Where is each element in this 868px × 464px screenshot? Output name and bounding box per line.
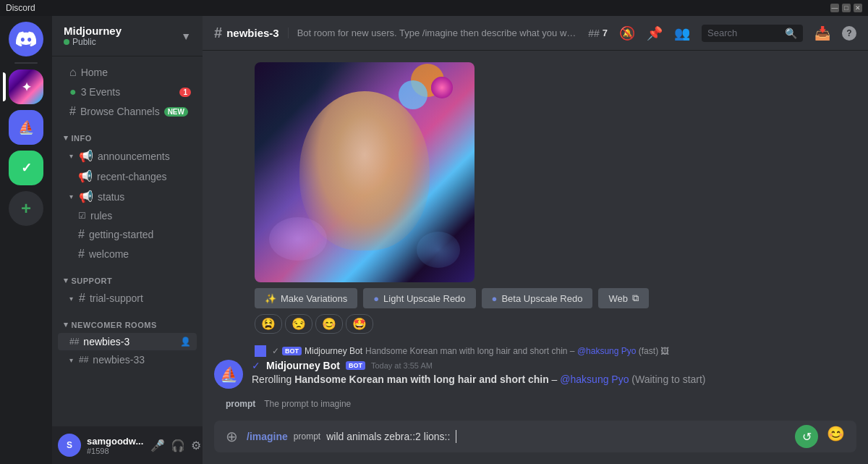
messages-area: ✨ Make Variations ● Light Upscale Redo ●… [203,51,868,421]
rules-icon: ☑ [78,211,86,221]
channel-announcements[interactable]: ▾ 📢 announcements [58,146,197,166]
nav-home-label: Home [81,67,108,78]
channel-hash-icon: # [214,25,222,41]
pin-icon[interactable]: 📌 [647,25,663,41]
emoji-btn-1[interactable]: 😒 [285,314,312,334]
input-actions: ↺ 😊 [795,425,845,448]
generated-image[interactable] [255,62,475,282]
image-container [255,62,856,282]
search-box[interactable]: Search 🔍 [702,25,803,42]
channel-collapse-arrow: ▾ [69,152,73,160]
emoji-btn-2[interactable]: 😊 [315,314,343,334]
channel-newbies-3[interactable]: ## newbies-3 👤 [58,333,197,350]
user-name: samgoodw... [87,436,143,447]
status-collapse-arrow: ▾ [69,193,73,201]
nav-events[interactable]: ● 3 Events 1 [58,83,197,101]
channel-name-text: newbies-3 [226,27,279,39]
active-indicator [3,72,6,101]
trial-support-icon: # [79,292,85,305]
reply-author: Midjourney Bot [305,346,362,356]
close-button[interactable]: ✕ [854,4,862,12]
refresh-button[interactable]: ↺ [795,425,818,448]
events-icon: ● [69,85,77,98]
browse-icon: # [69,105,76,118]
nav-events-label: 3 Events [81,86,120,98]
channel-welcome[interactable]: # welcome [58,245,197,263]
bot-badge: BOT [346,361,365,370]
message-main: ⛵ ✓ Midjourney Bot BOT Today at 3:55 AM … [214,360,856,389]
headphones-button[interactable]: 🎧 [169,437,187,454]
channel-getting-started[interactable]: # getting-started [58,225,197,244]
message-status: (Waiting to start) [629,374,705,385]
server-divider [14,62,38,64]
channel-status[interactable]: ▾ 📢 status [58,187,197,206]
input-value: wild animals zebra::2 lions:: [326,431,450,442]
server-icon-green[interactable]: ✓ [9,151,43,185]
verified-icon: ✓ [252,360,260,371]
channel-welcome-label: welcome [89,248,129,260]
inbox-icon[interactable]: 📥 [814,25,830,41]
input-text: /imagine prompt wild animals zebra::2 li… [247,430,786,443]
attach-icon[interactable]: ⊕ [226,428,238,445]
maximize-button[interactable]: □ [842,4,851,12]
channel-status-label: status [98,191,124,203]
image-orbs [431,77,453,98]
server-list: ✦ ⛵ ✓ + [0,16,52,464]
home-icon: ⌂ [69,66,77,79]
discord-home-button[interactable] [9,22,43,56]
online-dot [64,39,69,45]
nav-browse-label: Browse Channels [80,106,160,117]
channel-header: # newbies-3 Bot room for new users. Type… [203,16,868,51]
reply-preview: ✓ BOT Midjourney Bot Handsome Korean man… [255,345,856,357]
server-status: Public [72,37,96,47]
minimize-button[interactable]: — [830,4,839,12]
light-upscale-label: Light Upscale Redo [383,293,465,304]
light-upscale-redo-button[interactable]: ● Light Upscale Redo [363,288,475,308]
emoji-btn-0[interactable]: 😫 [255,314,282,334]
title-bar-controls: — □ ✕ [830,4,862,12]
web-button[interactable]: Web ⧉ [598,288,649,308]
bell-slash-icon[interactable]: 🔕 [619,25,635,41]
beta-upscale-icon: ● [492,293,498,304]
channel-newbies-33[interactable]: ▾ ## newbies-33 [58,351,197,368]
section-support-label: SUPPORT [72,277,113,285]
web-external-icon: ⧉ [632,292,639,304]
server-header[interactable]: Midjourney Public ▼ [52,16,203,56]
section-info-collapse: ▾ [64,133,69,143]
cloud-left [269,217,327,261]
channel-newbies-33-label: newbies-33 [93,354,145,366]
help-icon[interactable]: ? [842,26,856,41]
settings-button[interactable]: ⚙ [190,437,203,454]
message-author: Midjourney Bot [266,360,340,371]
section-info-label: INFO [72,134,92,143]
nav-browse[interactable]: # Browse Channels NEW [58,102,197,121]
channel-recent-changes[interactable]: 📢 recent-changes [58,166,197,186]
midjourney-server-icon[interactable]: ✦ [9,69,43,104]
channel-header-description: Bot room for new users. Type /imagine th… [288,28,580,38]
server-name: Midjourney [64,25,122,37]
channel-rules[interactable]: ☑ rules [58,207,197,224]
make-variations-button[interactable]: ✨ Make Variations [255,288,357,308]
reply-text: Handsome Korean man with long hair and s… [365,346,669,356]
nav-home[interactable]: ⌂ Home [58,63,197,82]
emoji-btn-3[interactable]: 🤩 [346,314,373,334]
member-count-icon: ##7 [588,28,608,39]
newbies-3-users-icon: 👤 [180,337,191,347]
input-param: prompt [294,431,320,442]
add-server-button[interactable]: + [9,191,43,226]
mic-button[interactable]: 🎤 [149,437,166,454]
channel-recent-changes-label: recent-changes [97,171,167,182]
emoji-picker-button[interactable]: 😊 [827,425,845,448]
announcements-icon: 📢 [79,149,93,163]
add-member-icon[interactable]: 👥 [674,25,690,41]
events-badge: 1 [179,88,191,97]
message-content: ✓ Midjourney Bot BOT Today at 3:55 AM Re… [252,360,856,389]
recent-changes-icon: 📢 [78,169,93,183]
cloud-right [417,232,460,268]
server-icon-2[interactable]: ⛵ [9,110,43,145]
beta-upscale-redo-button[interactable]: ● Beta Upscale Redo [482,288,593,308]
section-support: ▾ SUPPORT [52,264,203,288]
channel-trial-support[interactable]: ▾ # trial-support [58,289,197,308]
search-icon: 🔍 [785,28,797,39]
user-panel: S samgoodw... #1598 🎤 🎧 ⚙ [52,426,203,464]
